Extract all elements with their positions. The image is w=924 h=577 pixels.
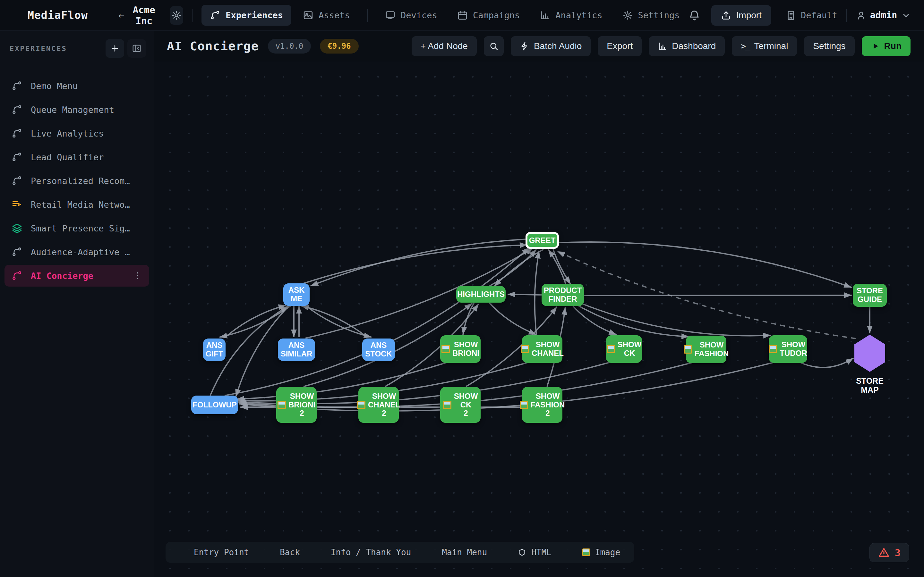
flow-node[interactable]: GREET bbox=[525, 232, 559, 249]
flow-node-label: SHOW FASHION bbox=[695, 341, 729, 358]
experience-label: Smart Presence Sig… bbox=[31, 223, 142, 234]
search-icon bbox=[489, 41, 499, 51]
nav-tab-label: Devices bbox=[401, 10, 437, 20]
flow-node[interactable]: PRODUCT FINDER bbox=[541, 284, 584, 306]
nav-tab-icon bbox=[540, 10, 550, 21]
experience-list-item[interactable]: Smart Presence Sig… bbox=[5, 218, 149, 239]
lightning-icon bbox=[520, 41, 529, 51]
flow-node-label: SHOW CK 2 bbox=[454, 392, 478, 418]
flow-node[interactable]: SHOW CK 2 bbox=[440, 387, 481, 423]
flow-node[interactable]: SHOW FASHION bbox=[686, 335, 726, 363]
ellipsis-vertical-icon[interactable] bbox=[132, 271, 142, 280]
default-store-button[interactable]: Default bbox=[785, 10, 837, 21]
experience-list-item[interactable]: AI Concierge bbox=[5, 265, 149, 287]
experience-icon bbox=[11, 175, 23, 186]
legend-extra-icon bbox=[582, 548, 590, 556]
framed-picture-icon bbox=[582, 548, 590, 556]
nav-divider bbox=[367, 9, 368, 22]
flow-node-label: SHOW CHANEL bbox=[531, 340, 564, 358]
flow-node[interactable]: ANS SIMILAR bbox=[278, 338, 315, 361]
bar-chart-icon bbox=[658, 41, 667, 51]
flow-node[interactable]: SHOW FASHION 2 bbox=[522, 387, 562, 423]
flow-node[interactable]: HIGHLIGHTS bbox=[456, 286, 506, 303]
flow-node-label: ANS SIMILAR bbox=[281, 341, 312, 358]
terminal-button[interactable]: >_ Terminal bbox=[732, 36, 797, 56]
experience-list-item[interactable]: Live Analytics bbox=[5, 122, 149, 144]
flow-node-label: HIGHLIGHTS bbox=[457, 290, 505, 299]
canvas-settings-button[interactable]: Settings bbox=[804, 36, 855, 56]
legend-label: Entry Point bbox=[194, 548, 249, 557]
flow-node[interactable]: SHOW TUDOR bbox=[769, 335, 807, 363]
experience-list-item[interactable]: Queue Management bbox=[5, 99, 149, 121]
hexagon-icon bbox=[518, 548, 526, 556]
nav-tab-label: Assets bbox=[318, 10, 350, 20]
nav-tab[interactable]: Experiences bbox=[202, 5, 291, 26]
flow-node[interactable]: STORE MAP bbox=[855, 335, 885, 372]
org-settings-button[interactable] bbox=[170, 6, 183, 25]
experience-label: Queue Management bbox=[31, 105, 142, 115]
experience-label: Personalized Recom… bbox=[31, 176, 142, 186]
experience-list-item[interactable]: Demo Menu bbox=[5, 75, 149, 97]
add-node-label: + Add Node bbox=[421, 41, 468, 51]
flow-node-label: ANS STOCK bbox=[365, 341, 392, 358]
notifications-button[interactable] bbox=[688, 9, 700, 21]
experience-icon bbox=[11, 270, 23, 281]
add-experience-button[interactable] bbox=[105, 39, 124, 58]
flow-node[interactable]: STORE GUIDE bbox=[853, 284, 887, 307]
experience-list-item[interactable]: Audience-Adaptive … bbox=[5, 241, 149, 263]
nav-tab[interactable]: Analytics bbox=[531, 5, 611, 26]
experience-icon bbox=[11, 104, 23, 115]
flow-node[interactable]: SHOW CHANEL bbox=[522, 335, 562, 363]
run-button[interactable]: Run bbox=[862, 36, 911, 56]
play-icon bbox=[871, 42, 880, 51]
add-node-button[interactable]: + Add Node bbox=[412, 36, 477, 56]
nav-tab[interactable]: Settings bbox=[614, 5, 688, 26]
flow-node-label: PRODUCT FINDER bbox=[544, 286, 582, 303]
canvas-actions: + Add Node Batch Audio Export Dashboard … bbox=[412, 36, 911, 56]
experience-label: Live Analytics bbox=[31, 129, 142, 139]
gear-icon bbox=[171, 10, 182, 21]
experience-list-item[interactable]: Personalized Recom… bbox=[5, 170, 149, 192]
flow-node[interactable]: SHOW CK bbox=[606, 335, 642, 363]
collapse-sidebar-button[interactable] bbox=[128, 39, 146, 58]
upload-icon bbox=[721, 10, 731, 21]
search-button[interactable] bbox=[484, 36, 504, 56]
building-icon bbox=[785, 10, 796, 21]
flow-node[interactable]: SHOW BRIONI bbox=[440, 335, 481, 363]
org-back-button[interactable]: ← Acme Inc bbox=[119, 5, 158, 26]
experience-icon bbox=[11, 128, 23, 139]
org-name: Acme Inc bbox=[129, 5, 158, 26]
terminal-label: Terminal bbox=[754, 41, 788, 51]
framed-picture-icon bbox=[357, 401, 365, 409]
nav-tab-icon bbox=[303, 10, 313, 21]
experience-list-item[interactable]: Retail Media Netwo… bbox=[5, 193, 149, 215]
batch-audio-button[interactable]: Batch Audio bbox=[511, 36, 591, 56]
nav-tab-label: Settings bbox=[638, 10, 680, 20]
flow-node[interactable]: ANS GIFT bbox=[203, 338, 226, 361]
user-menu[interactable]: admin bbox=[856, 10, 911, 21]
experience-icon bbox=[11, 152, 23, 163]
flow-node[interactable]: FOLLOWUP bbox=[191, 396, 238, 414]
terminal-prompt-icon: >_ bbox=[741, 41, 750, 51]
dashboard-label: Dashboard bbox=[672, 41, 716, 51]
flow-canvas[interactable]: AI Concierge v1.0.0 €9.96 + Add Node Bat… bbox=[154, 31, 924, 577]
flow-node-label: SHOW FASHION 2 bbox=[531, 392, 565, 418]
legend-swatch bbox=[180, 547, 189, 558]
nav-tab[interactable]: Assets bbox=[294, 5, 359, 26]
experience-label: Retail Media Netwo… bbox=[31, 200, 142, 210]
flow-node[interactable]: ANS STOCK bbox=[362, 338, 395, 361]
node-type-legend: Entry Point Back Info / Thank You Main M… bbox=[166, 542, 634, 563]
flow-node-label: ANS GIFT bbox=[206, 341, 223, 358]
nav-tab[interactable]: Campaigns bbox=[449, 5, 528, 26]
flow-node[interactable]: SHOW BRIONI 2 bbox=[276, 387, 317, 423]
flow-node[interactable]: ASK ME bbox=[283, 284, 310, 306]
dashboard-button[interactable]: Dashboard bbox=[649, 36, 725, 56]
nav-tab[interactable]: Devices bbox=[376, 5, 446, 26]
legend-item: Back bbox=[266, 547, 300, 558]
flow-nodes-layer: GREET ASK ME HIGHLIGHTS PRODUCT FINDER S… bbox=[154, 31, 924, 577]
experience-list-item[interactable]: Lead Qualifier bbox=[5, 146, 149, 168]
export-button[interactable]: Export bbox=[598, 36, 642, 56]
flow-node[interactable]: SHOW CHANEL 2 bbox=[359, 387, 399, 423]
import-button[interactable]: Import bbox=[711, 5, 771, 26]
warnings-badge[interactable]: 3 bbox=[869, 543, 909, 562]
